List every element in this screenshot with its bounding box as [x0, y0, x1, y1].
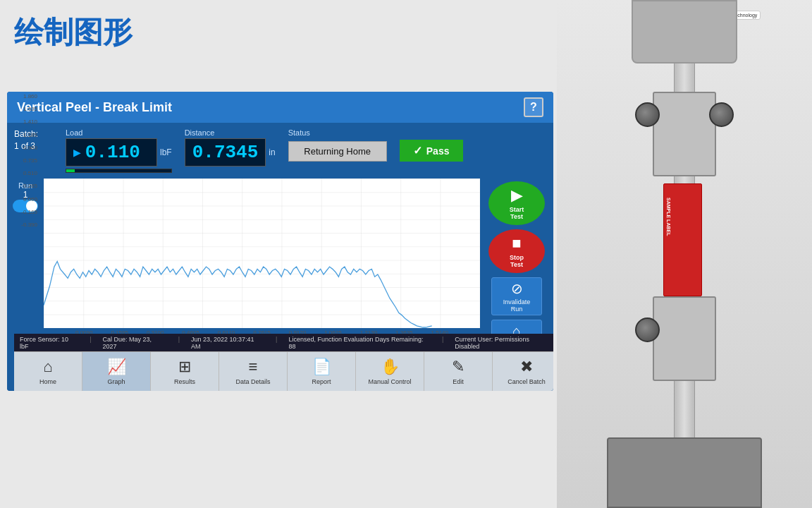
y-label-2: 1.410 — [8, 119, 37, 125]
y-label-8: 0.060 — [8, 196, 37, 202]
cursor-icon: ▶ — [73, 145, 81, 160]
user-status: Current User: Permissions Disabled — [455, 336, 553, 350]
pass-button[interactable]: ✓ Pass — [400, 140, 463, 162]
machine-top-bracket — [632, 0, 737, 64]
report-nav-label: Report — [312, 378, 331, 385]
machine-base — [607, 437, 762, 508]
invalidate-run-button[interactable]: ⊘ InvalidateRun — [491, 277, 542, 315]
divider-status-2: | — [178, 336, 180, 350]
nav-cancel-batch[interactable]: ✖ Cancel Batch — [493, 352, 553, 391]
distance-unit: in — [269, 147, 275, 157]
y-label-4: 0.960 — [8, 145, 37, 151]
nav-report[interactable]: 📄 Report — [288, 352, 356, 391]
nav-manual-control[interactable]: ✋ Manual Control — [356, 352, 424, 391]
knob-left-top — [635, 102, 660, 127]
load-value: 0.110 — [85, 142, 140, 163]
home-nav-label: Home — [39, 378, 56, 385]
manual-control-nav-label: Manual Control — [368, 378, 411, 385]
instruments-row: Batch: 1 of 3 Load ▶ 0.110 lbF — [7, 123, 553, 179]
cancel-batch-nav-label: Cancel Batch — [508, 378, 546, 385]
nav-edit[interactable]: ✎ Edit — [424, 352, 493, 391]
divider-status-4: | — [442, 336, 443, 350]
edit-nav-icon: ✎ — [452, 358, 465, 376]
knob-left-bottom — [635, 318, 660, 342]
license-status: Licensed, Function Evaluation Days Remai… — [288, 336, 431, 350]
y-label-3: 1.185 — [8, 132, 37, 138]
panel-titlebar: Vertical Peel - Break Limit ? — [7, 92, 553, 123]
status-bar: Force Sensor: 10 lbF | Cal Due: May 23, … — [14, 334, 553, 352]
machine-image: Dug & Test™ Technology SAMPLE LABEL — [557, 0, 812, 508]
load-bar-container — [66, 169, 172, 173]
play-icon: ▶ — [511, 186, 523, 205]
home-nav-icon: ⌂ — [43, 358, 52, 376]
graph-nav-icon: 📈 — [107, 358, 126, 376]
start-test-button[interactable]: ▶ StartTest — [488, 181, 545, 225]
cancel-batch-nav-icon: ✖ — [520, 358, 533, 376]
y-label-10: -0.390 — [8, 222, 37, 228]
red-label-text: SAMPLE LABEL — [666, 198, 671, 236]
load-display: ▶ 0.110 lbF — [66, 138, 172, 167]
page-title: 绘制图形 — [0, 0, 557, 59]
machine-grip-top — [653, 92, 716, 176]
data-details-nav-label: Data Details — [235, 378, 270, 385]
graph-nav-label: Graph — [107, 378, 125, 385]
instrument-panel: Vertical Peel - Break Limit ? Batch: 1 o… — [7, 92, 553, 391]
nav-results[interactable]: ⊞ Results — [151, 352, 219, 391]
y-label-0: 1.860 — [8, 93, 37, 99]
load-digital-display: ▶ 0.110 — [66, 138, 157, 167]
graph-svg — [44, 179, 480, 328]
manual-control-nav-icon: ✋ — [381, 358, 400, 376]
force-sensor-status: Force Sensor: 10 lbF — [20, 336, 78, 350]
load-unit: lbF — [160, 147, 172, 157]
distance-digital-display: 0.7345 — [185, 138, 266, 167]
panel-title: Vertical Peel - Break Limit — [17, 100, 172, 115]
invalidate-icon: ⊘ — [511, 280, 523, 297]
results-nav-icon: ⊞ — [178, 358, 191, 376]
y-label-7: 0.285 — [8, 183, 37, 189]
nav-home[interactable]: ⌂ Home — [14, 352, 82, 391]
load-label: Load — [66, 128, 172, 137]
pass-label: Pass — [426, 145, 450, 157]
edit-nav-label: Edit — [453, 378, 464, 385]
datetime-status: Jun 23, 2022 10:37:41 AM — [191, 336, 264, 350]
status-label: Status — [288, 128, 387, 137]
machine-grip-bottom — [653, 296, 716, 381]
help-button[interactable]: ? — [524, 97, 543, 117]
stop-icon: ■ — [512, 234, 521, 253]
right-panel: Dug & Test™ Technology SAMPLE LABEL — [557, 0, 812, 508]
cal-due-status: Cal Due: May 23, 2027 — [103, 336, 167, 350]
graph-with-yaxis: 1.860 1.635 1.410 1.185 0.960 0.735 0.51… — [44, 179, 480, 328]
load-group: Load ▶ 0.110 lbF — [66, 128, 172, 173]
stop-test-button[interactable]: ■ StopTest — [488, 229, 545, 273]
start-test-label: StartTest — [510, 206, 524, 220]
stop-test-label: StopTest — [510, 254, 524, 268]
graph-area — [44, 179, 480, 328]
svg-rect-1 — [44, 179, 480, 328]
load-bar-fill — [66, 169, 75, 172]
y-axis-labels: 1.860 1.635 1.410 1.185 0.960 0.735 0.51… — [7, 92, 39, 229]
divider-status-3: | — [276, 336, 277, 350]
knob-right-top — [709, 102, 734, 127]
y-label-1: 1.635 — [8, 106, 37, 112]
y-label-6: 0.510 — [8, 170, 37, 176]
distance-label: Distance — [185, 128, 276, 137]
nav-data-details[interactable]: ≡ Data Details — [219, 352, 288, 391]
y-label-5: 0.735 — [8, 157, 37, 164]
nav-graph[interactable]: 📈 Graph — [82, 352, 151, 391]
y-label-9: -0.165 — [8, 209, 37, 215]
bottom-nav: ⌂ Home 📈 Graph ⊞ Results ≡ Data Details … — [14, 351, 553, 391]
distance-display: 0.7345 in — [185, 138, 276, 167]
left-panel: 绘制图形 Vertical Peel - Break Limit ? Batch… — [0, 0, 557, 508]
results-nav-label: Results — [174, 378, 195, 385]
distance-group: Distance 0.7345 in — [185, 128, 276, 167]
status-box: Returning Home — [288, 141, 387, 162]
checkmark-icon: ✓ — [413, 144, 422, 157]
report-nav-icon: 📄 — [312, 358, 331, 376]
invalidate-run-label: InvalidateRun — [503, 298, 531, 313]
data-details-nav-icon: ≡ — [249, 358, 258, 376]
pass-group: ✓ Pass — [400, 128, 463, 162]
status-group: Status Returning Home — [288, 128, 387, 162]
divider-status-1: | — [90, 336, 91, 350]
